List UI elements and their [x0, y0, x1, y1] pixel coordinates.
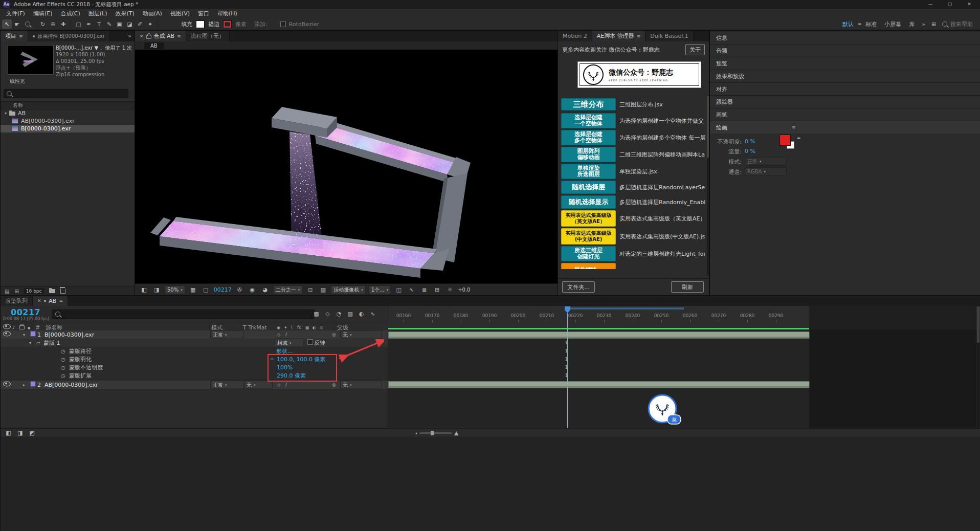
- region-of-interest-icon[interactable]: ⊡: [305, 285, 315, 295]
- layer-row-2[interactable]: ▸ 2 AB[0000-0300].exr 正常 无 ◇ / ◎ 无: [1, 381, 388, 389]
- collapse-switch-icon[interactable]: ◇: [277, 383, 280, 387]
- script-list-scrollbar[interactable]: [707, 96, 709, 275]
- shape-tool-icon[interactable]: ▢: [74, 19, 83, 29]
- script-button[interactable]: 选择层创建 一个空物体: [561, 113, 616, 128]
- workspace-tab-default[interactable]: 默认: [839, 20, 857, 28]
- panel-audio[interactable]: 音频: [710, 45, 980, 57]
- camera-tool-icon[interactable]: ✇: [48, 19, 58, 29]
- menu-animation[interactable]: 动画(A): [139, 9, 166, 18]
- expand-layer-switches-icon[interactable]: ◧: [4, 429, 13, 437]
- close-icon[interactable]: ✕: [37, 298, 41, 303]
- selection-tool-icon[interactable]: ↖: [2, 19, 12, 29]
- puppet-pin-tool-icon[interactable]: ✦: [145, 19, 155, 29]
- value-marker[interactable]: I: [564, 347, 569, 355]
- script-button[interactable]: 单独渲染 所选图层: [561, 164, 616, 179]
- quality-switch-icon[interactable]: /: [285, 382, 287, 387]
- frame-blending-icon[interactable]: ▨: [345, 309, 355, 318]
- workspace-menu-icon[interactable]: ≡: [858, 21, 862, 27]
- twirl-open-icon[interactable]: ▾: [29, 341, 31, 345]
- menu-composition[interactable]: 合成(C): [56, 9, 84, 18]
- draft-3d-icon[interactable]: ◇: [323, 309, 332, 318]
- tab-duik[interactable]: Duik Bassel.1: [645, 31, 693, 41]
- stopwatch-icon[interactable]: ◷: [61, 373, 65, 379]
- motion-blur-icon[interactable]: ◐: [357, 309, 366, 318]
- show-snapshot-icon[interactable]: ◉: [248, 285, 257, 295]
- project-item-name[interactable]: AB: [18, 110, 26, 117]
- panel-menu-icon[interactable]: ≡: [19, 34, 23, 39]
- script-button[interactable]: 实用表达式集高级版 (中文版AE): [561, 228, 616, 245]
- tab-project[interactable]: 项目 ≡: [1, 31, 28, 41]
- twirl-closed-icon[interactable]: ▸: [23, 383, 25, 387]
- menu-effect[interactable]: 效果(T): [111, 9, 138, 18]
- tab-script-manager[interactable]: AE脚本 管理器 ≡: [592, 31, 646, 41]
- workspace-tab-library[interactable]: 库: [905, 20, 918, 28]
- blend-mode-dropdown[interactable]: 正常: [210, 330, 244, 339]
- menu-help[interactable]: 帮助(H): [213, 9, 241, 18]
- paint-mode-dropdown[interactable]: 正常: [745, 157, 787, 166]
- mask-visibility-icon[interactable]: ▢: [201, 285, 211, 295]
- tab-flowchart[interactable]: 流程图（无）: [186, 31, 230, 41]
- panel-effects-presets[interactable]: 效果和预设: [710, 70, 980, 83]
- new-composition-icon[interactable]: ⊞: [14, 289, 18, 294]
- bit-depth-badge[interactable]: 16 bpc: [24, 288, 44, 294]
- panel-preview[interactable]: 预览: [710, 57, 980, 70]
- eyedropper-icon[interactable]: ✒: [797, 136, 801, 141]
- paint-channel-dropdown[interactable]: RGBA: [745, 167, 787, 176]
- about-button[interactable]: 关于: [685, 44, 705, 55]
- collapse-switch-icon[interactable]: ◇: [277, 333, 280, 337]
- number-column-header[interactable]: #: [35, 324, 40, 330]
- property-name[interactable]: 蒙版扩展: [69, 372, 92, 380]
- value-marker[interactable]: I: [564, 372, 569, 379]
- view-layout-dropdown[interactable]: 1个...: [369, 285, 391, 294]
- stopwatch-icon[interactable]: ◷: [61, 348, 65, 354]
- trash-icon[interactable]: [60, 289, 65, 294]
- brush-tool-icon[interactable]: ✎: [104, 19, 114, 29]
- fast-previews-icon[interactable]: ∿: [407, 285, 416, 295]
- current-timecode[interactable]: 00217: [11, 307, 40, 317]
- lock-icon[interactable]: [146, 35, 151, 39]
- composition-viewport[interactable]: [135, 50, 558, 284]
- stroke-color-swatch[interactable]: [223, 20, 232, 28]
- help-search-field[interactable]: 搜索帮助: [942, 20, 973, 28]
- playhead-line[interactable]: [567, 313, 568, 428]
- exposure-icon[interactable]: ☼: [445, 285, 455, 295]
- layer-name[interactable]: AB[0000-0300].exr: [44, 382, 98, 388]
- lock-column-icon[interactable]: [19, 325, 25, 329]
- clone-stamp-tool-icon[interactable]: ▣: [115, 19, 124, 29]
- timeline-vertical-scrollbar[interactable]: [977, 307, 979, 428]
- minimize-button[interactable]: —: [923, 0, 938, 9]
- script-button[interactable]: 实用表达式集高级版 （英文版AE）: [561, 210, 616, 227]
- zoom-tool-icon[interactable]: [23, 19, 32, 29]
- menu-edit[interactable]: 编辑(E): [29, 9, 57, 18]
- fill-label[interactable]: 填充: [181, 20, 192, 28]
- property-name[interactable]: 蒙版羽化: [69, 356, 92, 363]
- project-row-footage-selected[interactable]: B[0000-0300].exr: [1, 125, 135, 132]
- fill-color-swatch[interactable]: [196, 20, 205, 28]
- layer-label-chip[interactable]: [30, 331, 36, 337]
- magnification-dropdown[interactable]: 50%: [165, 285, 185, 294]
- panel-menu-icon[interactable]: ≡: [637, 34, 641, 39]
- pixel-aspect-icon[interactable]: ◫: [394, 285, 404, 295]
- mask-mode-dropdown[interactable]: 相减: [275, 339, 303, 347]
- property-name[interactable]: 蒙版路径: [69, 347, 92, 355]
- expand-transfer-controls-icon[interactable]: ◨: [15, 429, 25, 437]
- project-search-input[interactable]: [4, 89, 128, 98]
- rotobezier-checkbox[interactable]: [280, 21, 286, 27]
- project-list-header[interactable]: 名称: [1, 101, 135, 109]
- zoom-out-icon[interactable]: ▴: [415, 431, 417, 435]
- layer-2-duration-bar[interactable]: [388, 381, 810, 388]
- video-column-icon[interactable]: [3, 324, 11, 329]
- script-button[interactable]: 随机选择层: [561, 181, 616, 194]
- stroke-label[interactable]: 描边: [208, 20, 219, 28]
- project-row-folder[interactable]: ▾ AB: [1, 109, 135, 117]
- script-button[interactable]: 所选三维层 创建灯光: [561, 246, 616, 261]
- current-frame-readout[interactable]: 00217: [214, 286, 232, 293]
- script-button[interactable]: 三维分布: [561, 98, 616, 110]
- flow-value[interactable]: 0 %: [745, 148, 755, 154]
- workspace-tab-standard[interactable]: 标准: [862, 20, 880, 28]
- tab-composition[interactable]: ✕ 合成 AB ≡: [135, 31, 186, 41]
- panel-paint[interactable]: 绘画 ≡: [710, 121, 980, 134]
- script-button[interactable]: 随机选择显示: [561, 195, 616, 209]
- pan-behind-tool-icon[interactable]: ✚: [58, 19, 68, 29]
- refresh-button[interactable]: 刷新: [671, 281, 704, 293]
